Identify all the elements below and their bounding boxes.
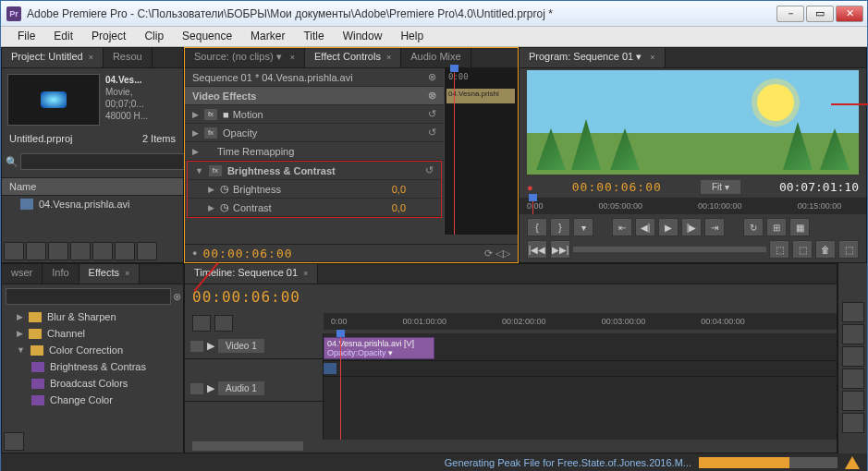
effect-controls-panel: Source: (no clips) ▾ × Effect Controls× … [184, 47, 519, 263]
folder-color-correction[interactable]: ▼Color Correction [2, 342, 183, 358]
menu-title[interactable]: Title [294, 27, 333, 46]
tab-project[interactable]: Project: Untitled× [2, 48, 104, 67]
program-current-timecode[interactable]: 00:00:06:00 [572, 180, 662, 194]
delete-button[interactable] [137, 242, 157, 260]
next-marker-button[interactable]: ▶▶| [550, 240, 570, 259]
program-time-ruler[interactable]: 0:00 00:05:00:00 00:10:00:00 00:15:00:00 [520, 198, 866, 214]
step-forward-button[interactable]: |▶ [681, 218, 702, 236]
preset-broadcast-colors[interactable]: Broadcast Colors [2, 375, 183, 392]
lift-button[interactable]: ⬚ [769, 240, 789, 259]
menu-marker[interactable]: Marker [241, 27, 294, 46]
find-button[interactable] [70, 242, 91, 260]
ripple-edit-tool[interactable] [842, 346, 864, 367]
menu-file[interactable]: File [8, 27, 44, 46]
timeline-panel: Timeline: Sequence 01× 00:00:06:00 0:00 … [184, 263, 837, 453]
effect-mini-timeline[interactable]: 0:00 04.Vesna.prishl [444, 68, 518, 235]
minimize-button[interactable]: － [776, 6, 804, 22]
param-brightness[interactable]: ▶◷Brightness0,0 [188, 180, 441, 199]
selection-tool[interactable] [842, 302, 864, 322]
clear-search-icon[interactable]: ⊗ [173, 291, 181, 303]
play-button[interactable]: ▶ [658, 218, 679, 236]
slip-tool[interactable] [842, 391, 864, 411]
close-button[interactable]: ✕ [836, 6, 863, 22]
prev-marker-button[interactable]: |◀◀ [527, 240, 547, 259]
project-item[interactable]: 04.Vesna.prishla.avi [2, 196, 183, 212]
effect-time-remapping[interactable]: ▶Time Remapping [185, 142, 444, 161]
audio-track-header[interactable]: ▶ Audio 1 [185, 376, 323, 402]
search-icon[interactable]: 🔍 [6, 156, 18, 168]
menu-project[interactable]: Project [82, 27, 135, 46]
marker-button[interactable] [214, 315, 233, 332]
tab-resources[interactable]: Resou [104, 48, 153, 67]
status-progress [699, 457, 837, 468]
name-column-header[interactable]: Name [2, 177, 183, 196]
timeline-zoom-slider[interactable] [192, 441, 303, 451]
program-monitor: Program: Sequence 01 ▾ × ● 00:00:06:00 F… [519, 47, 867, 263]
timeline-current-timecode[interactable]: 00:00:06:00 [192, 288, 300, 306]
menu-clip[interactable]: Clip [135, 27, 173, 46]
eye-icon[interactable] [190, 341, 203, 352]
menu-window[interactable]: Window [334, 27, 392, 46]
effect-opacity[interactable]: ▶fxOpacity↺ [185, 124, 444, 142]
bin-name[interactable]: Untitled.prproj [9, 133, 72, 144]
timeline-ruler[interactable]: 0:00 00:01:00:00 00:02:00:00 00:03:00:00… [324, 313, 837, 330]
tab-timeline[interactable]: Timeline: Sequence 01× [185, 264, 318, 284]
output-button[interactable]: ▦ [789, 218, 810, 236]
track-select-tool[interactable] [842, 324, 864, 344]
loop-button[interactable]: ↻ [743, 218, 764, 236]
go-to-out-button[interactable]: ⇥ [704, 218, 725, 236]
maximize-button[interactable]: ▭ [806, 6, 834, 22]
param-contrast[interactable]: ▶◷Contrast0,0 [188, 199, 441, 217]
effects-search-input[interactable] [6, 288, 171, 305]
tab-source[interactable]: Source: (no clips) ▾ × [185, 48, 305, 67]
go-to-in-button[interactable]: ⇤ [612, 218, 632, 236]
video-track-header[interactable]: ▶ Video 1 [185, 333, 323, 359]
trash-button[interactable]: 🗑 [815, 240, 836, 259]
preset-change-color[interactable]: Change Color [2, 392, 183, 408]
safe-margins-button[interactable]: ⊞ [766, 218, 787, 236]
icon-view-button[interactable] [26, 242, 46, 260]
timeline-track-area[interactable]: 04.Vesna.prishla.avi [V] Opacity:Opacity… [324, 333, 837, 440]
folder-channel[interactable]: ▶Channel [2, 325, 183, 342]
razor-tool[interactable] [842, 368, 864, 389]
list-view-button[interactable] [4, 242, 24, 260]
in-point-button[interactable]: { [527, 218, 547, 236]
effect-motion[interactable]: ▶fx■Motion↺ [185, 105, 444, 124]
tab-effect-controls[interactable]: Effect Controls× [305, 48, 401, 67]
export-frame-button[interactable]: ⬚ [838, 240, 859, 259]
effect-brightness-contrast[interactable]: ▼fxBrightness & Contrast↺ [188, 162, 441, 180]
menu-sequence[interactable]: Sequence [173, 27, 241, 46]
tab-program[interactable]: Program: Sequence 01 ▾ × [520, 48, 666, 67]
program-video-output[interactable] [527, 70, 859, 175]
effect-timecode[interactable]: 00:00:06:00 [202, 247, 292, 260]
automate-button[interactable] [48, 242, 68, 260]
new-custom-bin-button[interactable] [4, 432, 24, 451]
window-titlebar: Pr Adobe Premiere Pro - C:\Пользователи\… [1, 1, 867, 27]
folder-blur-sharpen[interactable]: ▶Blur & Sharpen [2, 308, 183, 325]
zoom-slider-icon[interactable]: ⟳ ◁▷ [484, 248, 510, 260]
speaker-icon[interactable] [190, 383, 203, 394]
clip-thumbnail[interactable] [7, 74, 100, 126]
jog-slider[interactable] [573, 247, 766, 252]
warning-icon[interactable] [845, 456, 860, 469]
search-input[interactable] [20, 153, 186, 170]
preset-brightness-contrast[interactable]: Brightness & Contras [2, 358, 183, 375]
menu-edit[interactable]: Edit [44, 27, 82, 46]
app-icon: Pr [6, 6, 21, 21]
pen-tool[interactable] [842, 413, 864, 433]
tab-info[interactable]: Info [43, 264, 79, 284]
tab-browser[interactable]: wser [2, 264, 43, 284]
tab-audio-mixer[interactable]: Audio Mixe [401, 48, 471, 67]
extract-button[interactable]: ⬚ [792, 240, 813, 259]
out-point-button[interactable]: } [550, 218, 570, 236]
zoom-fit-dropdown[interactable]: Fit ▾ [701, 180, 740, 194]
step-back-button[interactable]: ◀| [635, 218, 655, 236]
tab-effects[interactable]: Effects× [79, 264, 141, 284]
snap-button[interactable] [192, 315, 211, 332]
new-item-button[interactable] [115, 242, 135, 260]
video-effects-header[interactable]: Video Effects⊗ [185, 87, 444, 105]
brightness-contrast-group: ▼fxBrightness & Contrast↺ ▶◷Brightness0,… [187, 161, 442, 218]
menu-help[interactable]: Help [391, 27, 433, 46]
set-marker-button[interactable]: ▾ [573, 218, 593, 236]
new-bin-button[interactable] [92, 242, 113, 260]
